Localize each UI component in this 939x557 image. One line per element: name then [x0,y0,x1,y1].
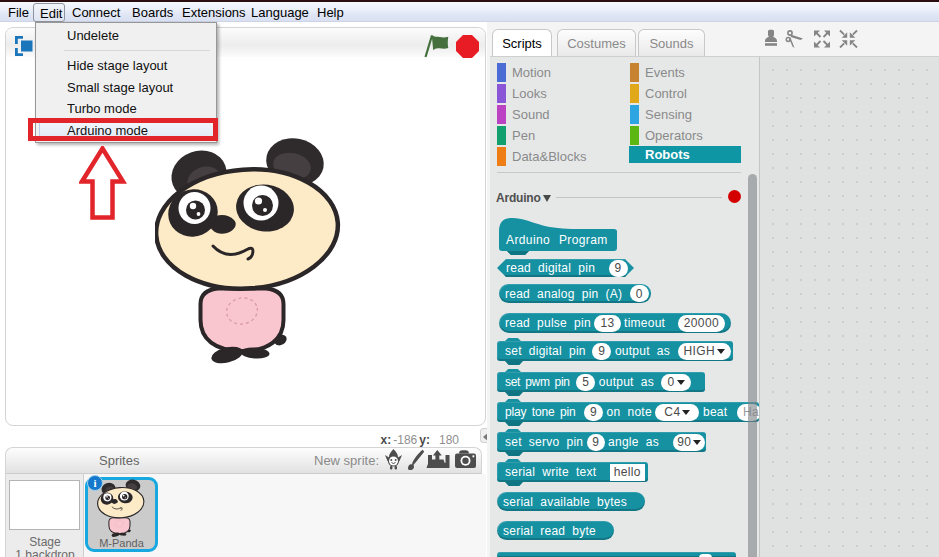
svg-text:Arduino Program: Arduino Program [506,233,608,247]
